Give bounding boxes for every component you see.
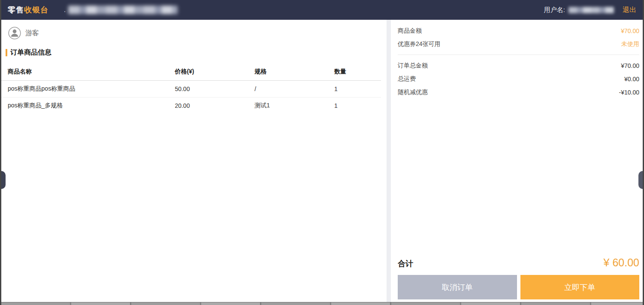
order-summary-panel: 商品金额 ¥70.00 优惠券24张可用 未使用 订单总金额 ¥70.00 总运… — [391, 20, 643, 302]
summary-divider — [398, 55, 639, 55]
goods-amount-value: ¥70.00 — [621, 27, 639, 34]
header-product-name: 商品名称 — [1, 63, 168, 80]
table-row: pos称重商品pos称重商品 50.00 / 1 — [1, 80, 381, 97]
order-section-header: 订单商品信息 — [6, 48, 387, 57]
coupon-label: 优惠券24张可用 — [398, 40, 441, 48]
order-total-label: 订单总金额 — [398, 62, 428, 70]
logout-button[interactable]: 退出 — [623, 6, 636, 15]
topbar: 零售收银台 . 用户名: 退出 — [1, 0, 643, 20]
grand-total-label: 合计 — [398, 259, 413, 269]
coupon-status-value: 未使用 — [621, 40, 639, 48]
grand-total-row: 合计 ¥ 60.00 — [398, 256, 639, 269]
shipping-value: ¥0.00 — [624, 76, 639, 82]
header-price: 价格(¥) — [168, 63, 248, 80]
random-discount-row: 随机减优惠 -¥10.00 — [398, 85, 639, 99]
action-buttons: 取消订单 立即下单 — [398, 275, 639, 299]
app-title-cashier: 收银台 — [24, 6, 48, 14]
shipping-label: 总运费 — [398, 75, 416, 83]
section-accent-bar — [6, 49, 7, 56]
username-value-redacted — [568, 7, 614, 13]
store-name-prefix: . — [64, 6, 66, 13]
cell-quantity: 1 — [328, 97, 381, 114]
cell-price: 50.00 — [168, 80, 248, 97]
order-total-value: ¥70.00 — [621, 62, 639, 69]
store-name-redacted — [68, 6, 178, 14]
cell-spec: / — [248, 80, 328, 97]
cancel-order-button[interactable]: 取消订单 — [398, 275, 517, 299]
customer-name-label: 游客 — [25, 29, 39, 38]
section-title-label: 订单商品信息 — [10, 48, 51, 57]
table-row: pos称重商品_多规格 20.00 测试1 1 — [1, 97, 381, 114]
submit-order-button[interactable]: 立即下单 — [520, 275, 640, 299]
guest-avatar-icon — [8, 27, 21, 40]
app-title: 零售收银台 — [8, 5, 48, 15]
username-label: 用户名: — [544, 6, 565, 14]
shipping-row: 总运费 ¥0.00 — [398, 72, 639, 85]
panel-divider-gap — [387, 20, 391, 302]
cell-price: 20.00 — [168, 97, 248, 114]
order-items-table: 商品名称 价格(¥) 规格 数量 pos称重商品pos称重商品 50.00 / … — [1, 63, 381, 114]
cell-quantity: 1 — [328, 80, 381, 97]
main-area: 游客 订单商品信息 商品名称 价格(¥) 规格 数量 pos称重商 — [1, 20, 643, 302]
pos-window: 零售收银台 . 用户名: 退出 游客 — [0, 0, 644, 305]
random-discount-value: -¥10.00 — [619, 89, 639, 96]
goods-amount-label: 商品金额 — [398, 27, 422, 35]
right-drawer-handle[interactable] — [638, 171, 643, 189]
checkout-area: 合计 ¥ 60.00 取消订单 立即下单 — [398, 256, 639, 299]
goods-amount-row: 商品金额 ¥70.00 — [398, 24, 639, 37]
coupon-row[interactable]: 优惠券24张可用 未使用 — [398, 37, 639, 51]
cell-product-name: pos称重商品_多规格 — [1, 97, 168, 114]
random-discount-label: 随机减优惠 — [398, 88, 428, 96]
table-header-row: 商品名称 价格(¥) 规格 数量 — [1, 63, 381, 80]
cell-product-name: pos称重商品pos称重商品 — [1, 80, 168, 97]
header-spec: 规格 — [248, 63, 328, 80]
topbar-right: 用户名: 退出 — [544, 6, 636, 15]
order-items-panel: 游客 订单商品信息 商品名称 价格(¥) 规格 数量 pos称重商 — [1, 20, 387, 302]
customer-selector[interactable]: 游客 — [8, 27, 387, 40]
taskbar-sliver — [1, 302, 643, 305]
app-title-retail: 零售 — [8, 6, 24, 14]
grand-total-value: ¥ 60.00 — [604, 256, 639, 269]
header-quantity: 数量 — [328, 63, 381, 80]
cell-spec: 测试1 — [248, 97, 328, 114]
left-drawer-handle[interactable] — [1, 171, 6, 189]
order-total-row: 订单总金额 ¥70.00 — [398, 59, 639, 72]
